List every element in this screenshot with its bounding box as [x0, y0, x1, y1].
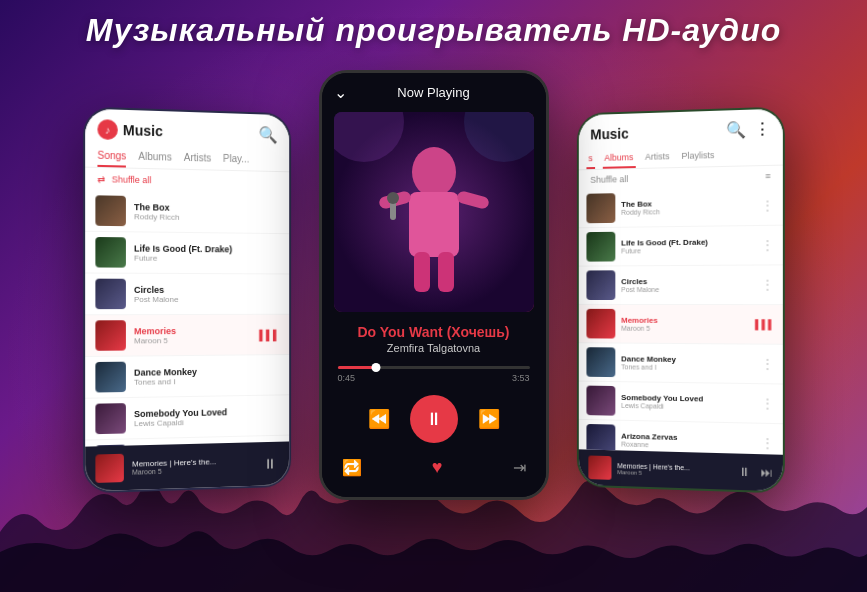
song-artist: Roddy Ricch: [621, 207, 754, 216]
tab-songs[interactable]: Songs: [97, 146, 126, 168]
album-thumb: [95, 362, 126, 393]
song-info: Somebody You Loved Lewis Capaldi: [134, 406, 280, 428]
album-thumb: [95, 403, 126, 434]
music-app-left: ♪ Music 🔍 Songs Albums Artists Play... ⇄: [85, 109, 289, 492]
phone-center-screen: ⌄ Now Playing: [322, 73, 546, 497]
album-thumb: [95, 279, 126, 309]
list-item[interactable]: The Box Roddy Ricch ⋮: [578, 186, 782, 228]
rewind-button[interactable]: ⏪: [368, 408, 390, 430]
shuffle-label-left: Shuffle all: [111, 174, 151, 185]
search-icon-left[interactable]: 🔍: [258, 125, 277, 144]
now-playing-info-right: Memories | Here's the... Maroon 5: [617, 462, 732, 478]
progress-dot: [371, 363, 380, 372]
album-thumb: [586, 232, 615, 262]
song-info: Arizona Zervas Roxanne: [621, 432, 754, 451]
progress-fill: [338, 366, 376, 369]
song-artist: Maroon 5: [134, 335, 251, 345]
song-artist: Post Malone: [134, 294, 280, 303]
song-info: Life Is Good (Ft. Drake) Future: [134, 243, 280, 263]
pause-button-center[interactable]: ⏸: [410, 395, 458, 443]
sort-icon-right[interactable]: ≡: [765, 171, 770, 181]
chevron-down-icon[interactable]: ⌄: [334, 83, 347, 102]
queue-icon[interactable]: ⇥: [513, 458, 526, 477]
more-button[interactable]: ⋮: [760, 277, 774, 293]
np-song-artist: Zemfira Talgatovna: [322, 342, 546, 362]
more-button[interactable]: ⋮: [760, 435, 774, 452]
more-button[interactable]: ⋮: [760, 237, 774, 253]
song-info: Circles Post Malone: [134, 284, 280, 303]
music-logo-left: ♪ Music: [97, 119, 162, 141]
song-info: Memories Maroon 5: [621, 316, 749, 333]
music-header-left: ♪ Music 🔍: [85, 109, 289, 151]
svg-point-1: [412, 147, 456, 197]
now-playing-info: Memories | Here's the... Maroon 5: [131, 456, 252, 476]
song-list-left: The Box Roddy Ricch Life Is Good (Ft. Dr…: [85, 190, 289, 447]
now-playing-bar-right[interactable]: Memories | Here's the... Maroon 5 ⏸ ⏭: [578, 449, 782, 491]
list-item[interactable]: Circles Post Malone: [85, 274, 289, 316]
song-info: Somebody You Loved Lewis Capaldi: [621, 393, 754, 411]
heart-icon[interactable]: ♥: [432, 457, 443, 478]
equalizer-icon-right: ▌▌▌: [755, 319, 775, 329]
np-progress: 0:45 3:53: [322, 362, 546, 387]
song-info: Life Is Good (Ft. Drake) Future: [621, 237, 754, 254]
now-playing-thumb-right: [588, 455, 611, 479]
list-item[interactable]: Circles Post Malone ⋮: [578, 265, 782, 305]
song-info: The Box Roddy Ricch: [134, 202, 280, 223]
more-button[interactable]: ⋮: [760, 356, 774, 372]
list-item[interactable]: Somebody You Loved Lewis Capaldi: [85, 395, 289, 440]
page-title: Музыкальный проигрыватель HD-аудио: [0, 12, 867, 49]
more-button[interactable]: ⋮: [760, 197, 774, 213]
list-item[interactable]: Dance Monkey Tones and I ⋮: [578, 343, 782, 384]
list-item-active[interactable]: Memories Maroon 5 ▌▌▌: [578, 305, 782, 345]
now-playing-bar-left[interactable]: Memories | Here's the... Maroon 5 ⏸: [85, 441, 289, 491]
more-button[interactable]: ⋮: [760, 395, 774, 412]
tab-playlists-right[interactable]: Playlists: [679, 146, 716, 167]
phones-container: ♪ Music 🔍 Songs Albums Artists Play... ⇄: [84, 70, 784, 560]
list-item[interactable]: The Box Roddy Ricch: [85, 190, 289, 234]
album-thumb: [586, 386, 615, 416]
song-title: Circles: [621, 277, 754, 286]
search-icon-right[interactable]: 🔍: [725, 120, 745, 140]
more-icon-right[interactable]: ⋮: [754, 119, 770, 139]
song-info: The Box Roddy Ricch: [621, 198, 754, 216]
pause-button-right[interactable]: ⏸: [738, 465, 750, 480]
tab-playlists[interactable]: Play...: [222, 149, 248, 170]
song-artist: Future: [134, 253, 280, 263]
np-header: ⌄ Now Playing: [322, 73, 546, 112]
list-item[interactable]: Life Is Good (Ft. Drake) Future ⋮: [578, 226, 782, 267]
music-header-right: Music 🔍 ⋮: [578, 109, 782, 150]
list-item-active[interactable]: Memories Maroon 5 ▌▌▌: [85, 315, 289, 357]
app-name-right: Music: [590, 125, 628, 142]
tab-albums-right[interactable]: Albums: [602, 148, 635, 169]
song-title: Life Is Good (Ft. Drake): [134, 243, 280, 254]
forward-button[interactable]: ⏩: [478, 408, 500, 430]
svg-rect-6: [438, 252, 454, 292]
list-item[interactable]: Dance Monkey Tones and I: [85, 355, 289, 399]
song-info: Dance Monkey Tones and I: [621, 354, 754, 371]
album-thumb: [586, 347, 615, 377]
album-art-svg: [334, 112, 534, 312]
song-artist: Lewis Capaldi: [621, 402, 754, 412]
progress-bar[interactable]: [338, 366, 530, 369]
tab-albums[interactable]: Albums: [138, 147, 171, 169]
np-title: Now Playing: [397, 85, 469, 100]
phone-right-screen: Music 🔍 ⋮ s Albums Artists Playlists Shu…: [578, 109, 782, 492]
np-song-title: Do You Want (Хочешь): [322, 312, 546, 342]
list-item[interactable]: Life Is Good (Ft. Drake) Future: [85, 232, 289, 275]
equalizer-icon: ▌▌▌: [259, 329, 279, 340]
tab-artists[interactable]: Artists: [183, 148, 210, 170]
phone-left-screen: ♪ Music 🔍 Songs Albums Artists Play... ⇄: [85, 109, 289, 492]
music-logo-icon: ♪: [97, 119, 117, 140]
list-item[interactable]: Somebody You Loved Lewis Capaldi ⋮: [578, 382, 782, 425]
svg-rect-2: [409, 192, 459, 257]
tab-songs-right[interactable]: s: [586, 149, 594, 169]
np-time: 0:45 3:53: [338, 373, 530, 383]
repeat-icon[interactable]: 🔁: [342, 458, 362, 477]
tab-artists-right[interactable]: Artists: [643, 147, 672, 168]
shuffle-icon-left: ⇄: [97, 174, 105, 184]
pause-button[interactable]: ⏸: [260, 454, 279, 474]
np-controls: ⏪ ⏸ ⏩: [322, 387, 546, 451]
song-artist: Maroon 5: [621, 325, 749, 333]
skip-button-right[interactable]: ⏭: [760, 465, 772, 480]
time-current: 0:45: [338, 373, 356, 383]
